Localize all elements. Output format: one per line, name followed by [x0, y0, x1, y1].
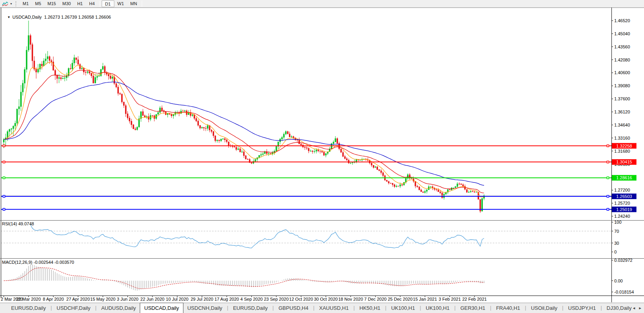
svg-text:4 Sep 2020: 4 Sep 2020 — [240, 297, 262, 301]
svg-text:12 Oct 2020: 12 Oct 2020 — [289, 297, 313, 301]
svg-text:1.31680: 1.31680 — [614, 149, 630, 154]
toolbar-dropdown-caret-icon[interactable]: ▾ — [10, 2, 12, 6]
tab-hk50-h1[interactable]: HK50,H1 — [355, 303, 384, 313]
svg-text:30: 30 — [614, 241, 619, 246]
svg-text:0: 0 — [614, 250, 617, 254]
chart-title-ohlc: 1.26273 1.26739 1.26058 1.26606 — [44, 15, 111, 19]
chart-tabs: EURUSD,Daily|USDCHF,Daily|AUDUSD,DailyUS… — [0, 303, 632, 313]
chart-title-symbol: USDCAD,Daily — [12, 15, 42, 19]
tab-usdcad-daily[interactable]: USDCAD,Daily — [140, 303, 183, 313]
chart-window: 1.465201.450401.435601.420801.406001.390… — [0, 8, 644, 303]
svg-text:1.24240: 1.24240 — [614, 214, 630, 219]
tabs-scroll-left-icon[interactable]: ◂ — [632, 303, 638, 313]
svg-text:100: 100 — [614, 221, 621, 225]
tab-separator: | — [384, 303, 387, 313]
tab-separator: | — [312, 303, 315, 313]
svg-text:1.25720: 1.25720 — [614, 201, 630, 205]
toolbar-separator — [142, 1, 142, 7]
svg-text:25 Dec 2020: 25 Dec 2020 — [388, 297, 413, 301]
svg-text:3 Jun 2020: 3 Jun 2020 — [117, 297, 138, 301]
tab-separator: | — [489, 303, 492, 313]
timeframe-button-h4[interactable]: H4 — [86, 0, 98, 7]
toolbar-grip[interactable] — [15, 1, 17, 6]
svg-text:15 Jan 2021: 15 Jan 2021 — [413, 297, 437, 301]
tab-uk100-h1[interactable]: UK100,H1 — [387, 303, 419, 313]
svg-text:1.33160: 1.33160 — [614, 136, 630, 140]
svg-text:27 Apr 2020: 27 Apr 2020 — [66, 297, 90, 301]
svg-text:1.40600: 1.40600 — [614, 70, 630, 75]
tab-usdcnh-daily[interactable]: USDCNH,Daily — [183, 303, 226, 313]
svg-text:1.45040: 1.45040 — [614, 31, 630, 36]
svg-text:-0.018154: -0.018154 — [614, 290, 634, 294]
tab-usdjpy-h1[interactable]: USDJPY,H1 — [564, 303, 600, 313]
tab-gbpusd-h4[interactable]: GBPUSD,H4 — [274, 303, 312, 313]
tab-usoil-daily[interactable]: USOil,Daily — [527, 303, 561, 313]
tab-usdchf-daily[interactable]: USDCHF,Daily — [53, 303, 94, 313]
svg-text:1.46520: 1.46520 — [614, 18, 630, 23]
top-toolbar: ▾ M1M5M15M30H1H4D1W1MN — [0, 0, 644, 8]
svg-text:1.39080: 1.39080 — [614, 83, 630, 88]
tab-ger30-h1[interactable]: GER30,H1 — [456, 303, 489, 313]
svg-text:3 Feb 2021: 3 Feb 2021 — [439, 297, 461, 301]
tab-separator: | — [272, 303, 274, 313]
timeframe-button-mn[interactable]: MN — [127, 0, 140, 7]
tab-separator: | — [453, 303, 456, 313]
svg-text:1.34640: 1.34640 — [614, 123, 630, 127]
tab-separator: | — [226, 303, 229, 313]
macd-indicator-pane[interactable]: 0.0329720.00-0.018154 — [0, 259, 644, 296]
tab-separator: | — [353, 303, 355, 313]
svg-text:0.00: 0.00 — [614, 278, 623, 283]
tab-separator: | — [561, 303, 564, 313]
svg-text:1.25019: 1.25019 — [616, 207, 632, 212]
tab-separator: | — [600, 303, 603, 313]
svg-text:1.26503: 1.26503 — [616, 194, 632, 199]
svg-text:1.32258: 1.32258 — [616, 144, 632, 148]
macd-label: MACD(12,26,9) -0.002544 -0.003570 — [2, 260, 74, 265]
svg-text:1.43560: 1.43560 — [614, 44, 630, 49]
chart-title: ▼USDCAD,Daily 1.26273 1.26739 1.26058 1.… — [2, 10, 111, 24]
svg-text:22 Jun 2020: 22 Jun 2020 — [141, 297, 165, 301]
tab-fra40-h1[interactable]: FRA40,H1 — [492, 303, 524, 313]
timeframe-button-m1[interactable]: M1 — [19, 0, 32, 7]
tab-separator: | — [419, 303, 422, 313]
main-price-pane[interactable]: 1.465201.450401.435601.420801.406001.390… — [0, 8, 644, 221]
svg-text:0.032972: 0.032972 — [614, 259, 632, 263]
tabs-scroll-right-icon[interactable]: ▸ — [638, 303, 644, 313]
tab-separator: | — [50, 303, 52, 313]
tab-eurusd-daily[interactable]: EURUSD,Daily — [229, 303, 272, 313]
svg-text:30 Oct 2020: 30 Oct 2020 — [314, 297, 338, 301]
tab-audusd-daily[interactable]: AUDUSD,Daily — [97, 303, 140, 313]
svg-text:1.42080: 1.42080 — [614, 58, 630, 62]
timeframe-button-m30[interactable]: M30 — [59, 0, 74, 7]
tab-xauusd-h1[interactable]: XAUUSD,H1 — [315, 303, 353, 313]
timeframe-button-m5[interactable]: M5 — [32, 0, 44, 7]
svg-text:1.30415: 1.30415 — [616, 159, 632, 164]
svg-text:1.36120: 1.36120 — [614, 109, 630, 114]
timeframe-button-d1[interactable]: D1 — [102, 0, 114, 7]
rsi-indicator-pane[interactable]: 10070300 — [0, 221, 644, 259]
tab-eurusd-daily[interactable]: EURUSD,Daily — [7, 303, 50, 313]
svg-text:18 Nov 2020: 18 Nov 2020 — [338, 297, 363, 301]
indicator-lines-icon[interactable] — [0, 0, 10, 7]
svg-text:20 Mar 2020: 20 Mar 2020 — [16, 297, 41, 301]
svg-text:10 Jul 2020: 10 Jul 2020 — [166, 297, 189, 301]
rsi-label: RSI(14) 49.0748 — [2, 221, 34, 226]
tab-dj30-daily[interactable]: DJ30,Daily — [603, 303, 632, 313]
chart-tab-bar: EURUSD,Daily|USDCHF,Daily|AUDUSD,DailyUS… — [0, 303, 644, 313]
tab-separator: | — [524, 303, 527, 313]
svg-text:1.28616: 1.28616 — [616, 175, 632, 180]
svg-text:1.37600: 1.37600 — [614, 96, 630, 101]
chart-menu-icon[interactable]: ▼ — [7, 15, 10, 19]
timeframe-button-h1[interactable]: H1 — [74, 0, 86, 7]
tab-separator: | — [94, 303, 97, 313]
tab-uk100-h1[interactable]: UK100,H1 — [422, 303, 453, 313]
svg-text:22 Feb 2021: 22 Feb 2021 — [462, 297, 487, 301]
timeframe-button-m15[interactable]: M15 — [44, 0, 59, 7]
svg-text:7 Dec 2020: 7 Dec 2020 — [364, 297, 386, 301]
date-axis[interactable]: 2 Mar 202020 Mar 20208 Apr 202027 Apr 20… — [0, 296, 644, 302]
svg-text:23 Sep 2020: 23 Sep 2020 — [264, 297, 289, 301]
svg-text:17 Aug 2020: 17 Aug 2020 — [214, 297, 239, 301]
svg-text:15 May 2020: 15 May 2020 — [90, 297, 116, 301]
timeframe-button-w1[interactable]: W1 — [114, 0, 127, 7]
svg-text:8 Apr 2020: 8 Apr 2020 — [43, 297, 64, 301]
